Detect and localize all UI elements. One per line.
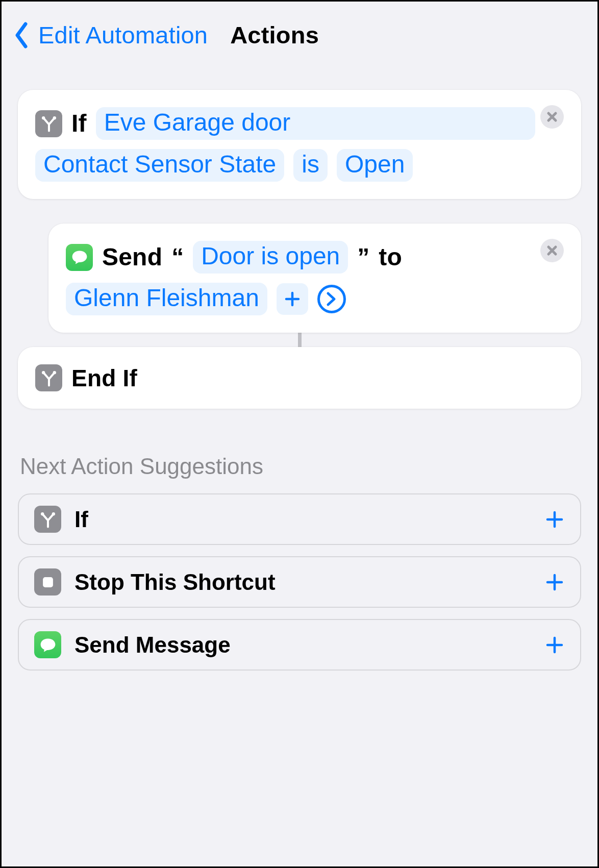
branch-icon xyxy=(35,110,62,137)
action-card-end-if[interactable]: End If xyxy=(18,347,581,409)
svg-point-1 xyxy=(53,116,56,119)
svg-point-3 xyxy=(53,371,56,374)
suggestion-label: Stop This Shortcut xyxy=(74,569,276,595)
if-device-token[interactable]: Eve Garage door xyxy=(96,107,535,140)
close-quote: ” xyxy=(357,245,369,269)
add-suggestion-button[interactable] xyxy=(544,572,565,592)
svg-point-4 xyxy=(41,512,44,515)
to-word: to xyxy=(379,245,402,269)
action-card-if[interactable]: If Eve Garage door Contact Sensor State … xyxy=(18,90,581,199)
stop-icon xyxy=(34,568,61,596)
svg-point-2 xyxy=(42,371,45,374)
open-quote: “ xyxy=(171,245,184,269)
suggestions-title: Next Action Suggestions xyxy=(18,454,581,479)
show-more-button[interactable] xyxy=(317,285,346,313)
if-operator-token[interactable]: is xyxy=(293,149,328,182)
suggestion-stop-shortcut[interactable]: Stop This Shortcut xyxy=(18,556,581,608)
action-card-send-message[interactable]: Send “ Door is open ” to Glenn Fleishman xyxy=(48,224,581,333)
add-recipient-button[interactable] xyxy=(277,283,308,315)
suggestion-if[interactable]: If xyxy=(18,493,581,545)
svg-rect-6 xyxy=(43,577,53,587)
remove-action-button[interactable] xyxy=(540,239,564,262)
add-suggestion-button[interactable] xyxy=(544,509,565,530)
if-keyword: If xyxy=(71,111,87,136)
send-verb: Send xyxy=(102,245,162,269)
branch-icon xyxy=(34,506,61,533)
send-recipient-token[interactable]: Glenn Fleishman xyxy=(66,283,267,315)
send-message-token[interactable]: Door is open xyxy=(193,241,348,274)
page-title: Actions xyxy=(230,21,319,49)
branch-icon xyxy=(35,364,62,391)
svg-point-5 xyxy=(52,512,55,515)
back-button[interactable]: Edit Automation xyxy=(38,21,208,49)
if-attribute-token[interactable]: Contact Sensor State xyxy=(35,149,284,182)
end-if-label: End If xyxy=(71,366,137,390)
suggestion-send-message[interactable]: Send Message xyxy=(18,619,581,671)
suggestion-label: If xyxy=(74,507,88,532)
suggestion-label: Send Message xyxy=(74,632,231,658)
svg-point-0 xyxy=(42,116,45,119)
back-chevron-icon[interactable] xyxy=(14,22,29,48)
add-suggestion-button[interactable] xyxy=(544,635,565,655)
connector-line xyxy=(18,333,581,347)
if-value-token[interactable]: Open xyxy=(337,149,413,182)
remove-action-button[interactable] xyxy=(540,105,564,129)
message-icon xyxy=(66,244,93,271)
message-icon xyxy=(34,631,61,658)
nav-bar: Edit Automation Actions xyxy=(2,2,597,49)
